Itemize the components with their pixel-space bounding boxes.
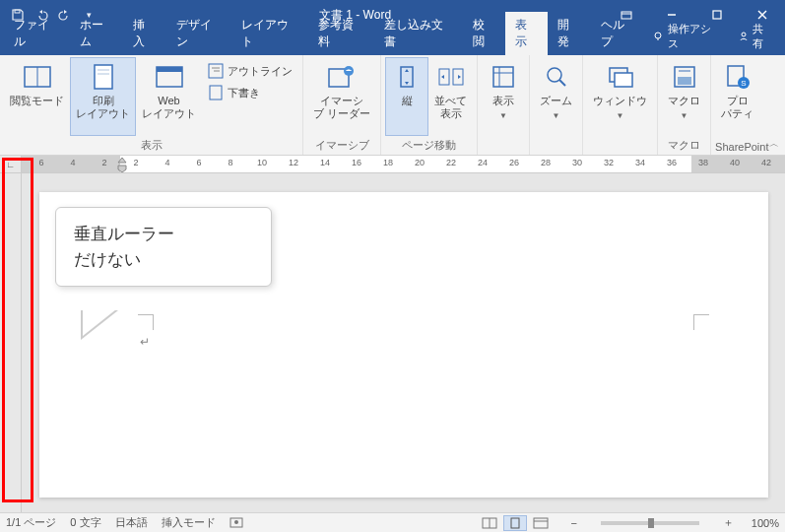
outline-icon	[208, 63, 224, 79]
tab-view[interactable]: 表示	[505, 12, 548, 55]
redo-icon[interactable]	[55, 5, 75, 25]
ruler-number: 14	[320, 158, 330, 167]
zoom-dropdown-button[interactable]: ズーム ▼	[534, 57, 578, 151]
statusbar: 1/1 ページ 0 文字 日本語 挿入モード − ＋ 100%	[0, 512, 785, 532]
status-word-count[interactable]: 0 文字	[70, 515, 100, 530]
tab-selector[interactable]: ∟	[0, 156, 22, 173]
chevron-down-icon: ▼	[499, 111, 507, 120]
ruler-number: 40	[730, 158, 740, 167]
property-button[interactable]: S プロ パティ	[715, 57, 759, 139]
status-language[interactable]: 日本語	[115, 515, 148, 530]
property-icon: S	[722, 61, 753, 93]
tab-references[interactable]: 参考資料	[308, 12, 374, 55]
callout-line1: 垂直ルーラー	[74, 222, 253, 247]
horizontal-ruler[interactable]: 6422468101214161820222426283032343638404…	[22, 156, 785, 172]
tab-design[interactable]: デザイン	[166, 12, 232, 55]
macro-button[interactable]: マクロ ▼	[662, 57, 706, 136]
svg-text:S: S	[741, 79, 746, 88]
ruler-number: 4	[70, 158, 75, 167]
indent-marker-icon[interactable]	[116, 156, 128, 172]
svg-rect-0	[15, 10, 20, 13]
tab-insert[interactable]: 挿入	[123, 12, 165, 55]
read-mode-button[interactable]: 閲覧モード	[4, 57, 70, 136]
ruler-number: 18	[383, 158, 393, 167]
svg-point-40	[234, 520, 238, 524]
macro-icon	[669, 61, 700, 93]
ribbon-group-macro: マクロ ▼ マクロ	[658, 55, 711, 155]
zoom-in-button[interactable]: ＋	[719, 515, 738, 530]
tab-mailings[interactable]: 差し込み文書	[374, 12, 463, 55]
svg-rect-32	[615, 73, 632, 87]
vertical-button[interactable]: 縦	[385, 57, 428, 136]
tab-help[interactable]: ヘルプ	[591, 12, 645, 55]
ruler-number: 2	[133, 158, 138, 167]
svg-rect-34	[678, 77, 691, 85]
chevron-down-icon: ▼	[553, 111, 560, 120]
svg-rect-44	[534, 518, 548, 528]
web-layout-view-button[interactable]	[529, 515, 553, 531]
undo-icon[interactable]	[32, 5, 51, 25]
tab-review[interactable]: 校閲	[463, 12, 505, 55]
qat-customize-icon[interactable]: ▾	[79, 5, 98, 25]
side-by-side-button[interactable]: 並べて 表示	[428, 57, 473, 136]
immersive-reader-button[interactable]: イマーシ ブ リーダー	[307, 57, 376, 136]
ribbon-tabs: ファイル ホーム 挿入 デザイン レイアウト 参考資料 差し込み文書 校閲 表示…	[0, 30, 785, 55]
ruler-number: 12	[289, 158, 298, 167]
draft-icon	[208, 85, 224, 100]
svg-rect-26	[493, 67, 513, 87]
ruler-number: 42	[761, 158, 771, 167]
status-page[interactable]: 1/1 ページ	[6, 515, 56, 530]
group-label-macro: マクロ	[662, 136, 706, 155]
ribbon-group-immersive: イマーシ ブ リーダー イマーシブ	[303, 55, 381, 155]
ruler-number: 6	[196, 158, 201, 167]
tell-me-button[interactable]: 操作アシス	[644, 18, 727, 55]
immersive-reader-icon	[326, 61, 358, 93]
svg-rect-43	[511, 518, 519, 528]
collapse-ribbon-button[interactable]: ︿	[769, 137, 779, 151]
zoom-percent[interactable]: 100%	[752, 517, 779, 529]
ribbon-group-sharepoint: S プロ パティ SharePoint	[711, 55, 772, 155]
tab-developer[interactable]: 開発	[548, 12, 590, 55]
ruler-number: 36	[667, 158, 677, 167]
window-icon	[605, 61, 636, 93]
chevron-down-icon: ▼	[681, 111, 688, 120]
group-label-page-move: ページ移動	[385, 136, 473, 155]
web-layout-button[interactable]: Web レイアウト	[136, 57, 202, 136]
ribbon-group-zoom: ズーム ▼	[530, 55, 583, 155]
share-button[interactable]: 共有	[730, 18, 781, 55]
print-layout-button[interactable]: 印刷 レイアウト	[70, 57, 136, 136]
margin-corner-mark	[693, 314, 709, 330]
read-mode-view-button[interactable]	[478, 515, 501, 531]
ruler-number: 16	[352, 158, 361, 167]
ruler-number: 6	[38, 158, 43, 167]
outline-button[interactable]: アウトライン	[204, 61, 296, 81]
ruler-number: 2	[101, 158, 106, 167]
group-label-window	[587, 151, 653, 155]
ribbon-group-show: 表示 ▼	[478, 55, 530, 155]
zoom-out-button[interactable]: −	[566, 517, 580, 529]
share-icon	[738, 31, 749, 42]
vertical-ruler-strip	[0, 173, 22, 512]
show-icon	[488, 61, 519, 93]
status-insert-mode[interactable]: 挿入モード	[162, 515, 216, 530]
ruler-number: 22	[446, 158, 456, 167]
print-layout-view-button[interactable]	[503, 515, 527, 531]
ruler-number: 26	[509, 158, 519, 167]
zoom-icon	[541, 61, 572, 93]
group-label-sharepoint: SharePoint	[715, 139, 768, 155]
svg-rect-16	[157, 67, 182, 72]
ruler-number: 4	[164, 158, 169, 167]
show-dropdown-button[interactable]: 表示 ▼	[482, 57, 525, 151]
svg-rect-12	[95, 65, 112, 89]
save-icon[interactable]	[8, 5, 28, 25]
window-dropdown-button[interactable]: ウィンドウ ▼	[587, 57, 653, 151]
draft-button[interactable]: 下書き	[204, 83, 296, 102]
bulb-icon	[652, 31, 663, 42]
tab-layout[interactable]: レイアウト	[231, 12, 308, 55]
macro-record-icon[interactable]	[229, 516, 243, 530]
zoom-slider[interactable]	[601, 521, 699, 525]
ruler-number: 32	[604, 158, 614, 167]
group-label-views: 表示	[4, 136, 298, 155]
annotation-callout: 垂直ルーラー だけない	[55, 207, 272, 287]
ribbon: 閲覧モード 印刷 レイアウト Web レイアウト アウトライン 下書き 表示 イ…	[0, 55, 785, 156]
